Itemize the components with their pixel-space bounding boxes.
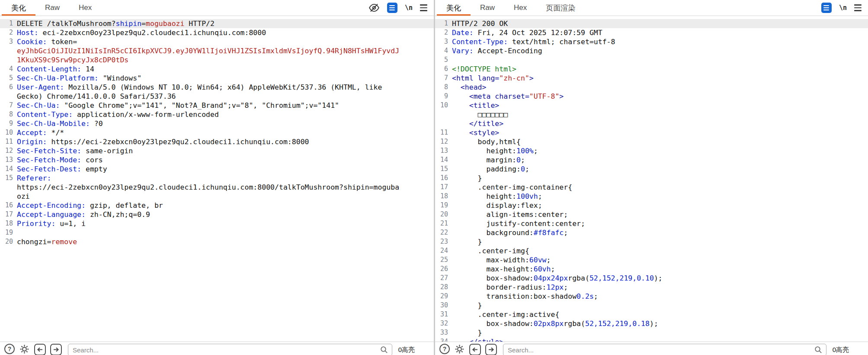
- code-line[interactable]: </title>: [435, 119, 868, 128]
- search-input[interactable]: [503, 344, 826, 355]
- code-line[interactable]: 4Vary: Accept-Encoding: [435, 46, 868, 55]
- tab-raw[interactable]: Raw: [471, 0, 504, 16]
- code-line[interactable]: 7Sec-Ch-Ua: "Google Chrome";v="141", "No…: [0, 101, 434, 110]
- line-number: 24: [435, 246, 448, 255]
- code-line[interactable]: 19 display:flex;: [435, 201, 868, 210]
- code-area: 1DELETE /talkToMushroom?shipin=mogubaozi…: [0, 19, 434, 246]
- settings-gear-icon[interactable]: [454, 344, 465, 355]
- help-icon[interactable]: ?: [439, 344, 450, 354]
- code-line[interactable]: 2Host: eci-2zebxcn0oy23lpez9qu2.cloudeci…: [0, 28, 434, 37]
- code-line[interactable]: 2Date: Fri, 24 Oct 2025 12:07:59 GMT: [435, 28, 868, 37]
- line-number: 13: [0, 155, 13, 165]
- code-line[interactable]: 18 height:100vh;: [435, 192, 868, 201]
- code-line[interactable]: 1DELETE /talkToMushroom?shipin=mogubaozi…: [0, 19, 434, 28]
- code-line[interactable]: 17 .center-img-container{: [435, 183, 868, 192]
- code-line[interactable]: 12Sec-Fetch-Site: same-origin: [0, 146, 434, 155]
- code-line[interactable]: 31 .center-img:active{: [435, 310, 868, 319]
- code-line[interactable]: 24 .center-img{: [435, 246, 868, 255]
- line-number: 20: [0, 237, 13, 246]
- line-text: justify-content:center;: [452, 219, 585, 228]
- code-line[interactable]: 15Referer:: [0, 174, 434, 183]
- code-line[interactable]: https://eci-2zebxcn0oy23lpez9qu2.cloudec…: [0, 183, 434, 192]
- code-line[interactable]: 15 padding:0;: [435, 165, 868, 174]
- prev-match-button[interactable]: [469, 344, 481, 355]
- code-line[interactable]: 26 max-height:60vh;: [435, 265, 868, 274]
- code-line[interactable]: 9Sec-Ch-Ua-Mobile: ?0: [0, 119, 434, 128]
- tab-hex[interactable]: Hex: [69, 0, 101, 16]
- code-line[interactable]: 34 </style>: [435, 337, 868, 342]
- response-editor[interactable]: 1HTTP/2 200 OK2Date: Fri, 24 Oct 2025 12…: [435, 16, 868, 342]
- line-number: 12: [0, 146, 13, 155]
- code-line[interactable]: 10Accept: */*: [0, 128, 434, 137]
- newline-icon[interactable]: \n: [839, 4, 847, 12]
- code-line[interactable]: 27 box-shadow:04px24pxrgba(52,152,219,0.…: [435, 274, 868, 283]
- code-line[interactable]: 25 max-width:60vw;: [435, 255, 868, 265]
- code-line[interactable]: 14 margin:0;: [435, 155, 868, 165]
- code-line[interactable]: Gecko) Chrome/141.0.0.0 Safari/537.36: [0, 92, 434, 101]
- code-line[interactable]: 17Accept-Language: zh-CN,zh;q=0.9: [0, 210, 434, 219]
- tab-raw[interactable]: Raw: [35, 0, 69, 16]
- code-line[interactable]: 9 <meta charset="UTF-8">: [435, 92, 868, 101]
- tab-hex[interactable]: Hex: [504, 0, 536, 16]
- code-line[interactable]: 1KkuXS9c9Srw9pcyJx8cDP0tDs: [0, 55, 434, 65]
- code-line[interactable]: 8Content-Type: application/x-www-form-ur…: [0, 110, 434, 119]
- newline-icon[interactable]: \n: [405, 4, 413, 12]
- code-line[interactable]: 11 <style>: [435, 128, 868, 137]
- line-number: 25: [435, 255, 448, 265]
- code-line[interactable]: 29 transition:box-shadow0.2s;: [435, 292, 868, 301]
- line-text: Referer:: [17, 174, 51, 183]
- code-line[interactable]: 6User-Agent: Mozilla/5.0 (Windows NT 10.…: [0, 83, 434, 92]
- line-text: Priority: u=1, i: [17, 219, 86, 228]
- prev-match-button[interactable]: [34, 344, 46, 355]
- code-line[interactable]: 16 }: [435, 174, 868, 183]
- code-line[interactable]: ozi: [0, 192, 434, 201]
- line-text: Origin: https://eci-2zebxcn0oy23lpez9qu2…: [17, 137, 309, 146]
- code-line[interactable]: 8 <head>: [435, 83, 868, 92]
- code-line[interactable]: 14Sec-Fetch-Dest: empty: [0, 165, 434, 174]
- code-line[interactable]: 10 <title>: [435, 101, 868, 110]
- code-line[interactable]: 6<!DOCTYPE html>: [435, 65, 868, 74]
- line-text: Content-Type: text/html; charset=utf-8: [452, 37, 615, 46]
- code-line[interactable]: eyJhbGciOiJIUzI1NiIsInR5cCI6IkpXVCJ9.eyJ…: [0, 46, 434, 55]
- code-line[interactable]: 22 background:#f8fafc;: [435, 228, 868, 237]
- code-line[interactable]: 28 border-radius:12px;: [435, 283, 868, 292]
- code-line[interactable]: 13Sec-Fetch-Mode: cors: [0, 155, 434, 165]
- settings-gear-icon[interactable]: [19, 344, 30, 355]
- code-line[interactable]: 12 body,html{: [435, 137, 868, 146]
- request-editor[interactable]: 1DELETE /talkToMushroom?shipin=mogubaozi…: [0, 16, 434, 342]
- search-icon: [814, 345, 823, 354]
- search-input[interactable]: [68, 344, 392, 355]
- tab-render[interactable]: 页面渲染: [536, 0, 585, 16]
- hide-icon[interactable]: [368, 2, 380, 13]
- next-match-button[interactable]: [485, 344, 497, 355]
- code-line[interactable]: 5: [435, 55, 868, 65]
- code-line[interactable]: 23 }: [435, 237, 868, 246]
- code-line[interactable]: □□□□□□□: [435, 110, 868, 119]
- line-text: padding:0;: [452, 165, 529, 174]
- code-line[interactable]: 20 align-items:center;: [435, 210, 868, 219]
- help-icon[interactable]: ?: [4, 344, 15, 354]
- code-line[interactable]: 4Content-Length: 14: [0, 65, 434, 74]
- code-line[interactable]: 20chongzi=remove: [0, 237, 434, 246]
- code-line[interactable]: 11Origin: https://eci-2zebxcn0oy23lpez9q…: [0, 137, 434, 146]
- tab-beautify[interactable]: 美化: [437, 0, 471, 16]
- code-line[interactable]: 7<html lang="zh-cn">: [435, 74, 868, 83]
- code-line[interactable]: 33 }: [435, 328, 868, 337]
- menu-icon[interactable]: [420, 4, 427, 11]
- code-line[interactable]: 32 box-shadow:02px8pxrgba(52,152,219,0.1…: [435, 319, 868, 328]
- wrap-active-icon[interactable]: [821, 3, 832, 13]
- code-line[interactable]: 3Content-Type: text/html; charset=utf-8: [435, 37, 868, 46]
- menu-icon[interactable]: [854, 4, 862, 11]
- code-line[interactable]: 13 height:100%;: [435, 146, 868, 155]
- code-line[interactable]: 21 justify-content:center;: [435, 219, 868, 228]
- next-match-button[interactable]: [50, 344, 62, 355]
- wrap-active-icon[interactable]: [387, 3, 397, 13]
- code-line[interactable]: 1HTTP/2 200 OK: [435, 19, 868, 28]
- code-line[interactable]: 30 }: [435, 301, 868, 310]
- tab-beautify[interactable]: 美化: [2, 0, 35, 16]
- code-line[interactable]: 16Accept-Encoding: gzip, deflate, br: [0, 201, 434, 210]
- code-line[interactable]: 5Sec-Ch-Ua-Platform: "Windows": [0, 74, 434, 83]
- code-line[interactable]: 3Cookie: token=: [0, 37, 434, 46]
- code-line[interactable]: 18Priority: u=1, i: [0, 219, 434, 228]
- code-line[interactable]: 19: [0, 228, 434, 237]
